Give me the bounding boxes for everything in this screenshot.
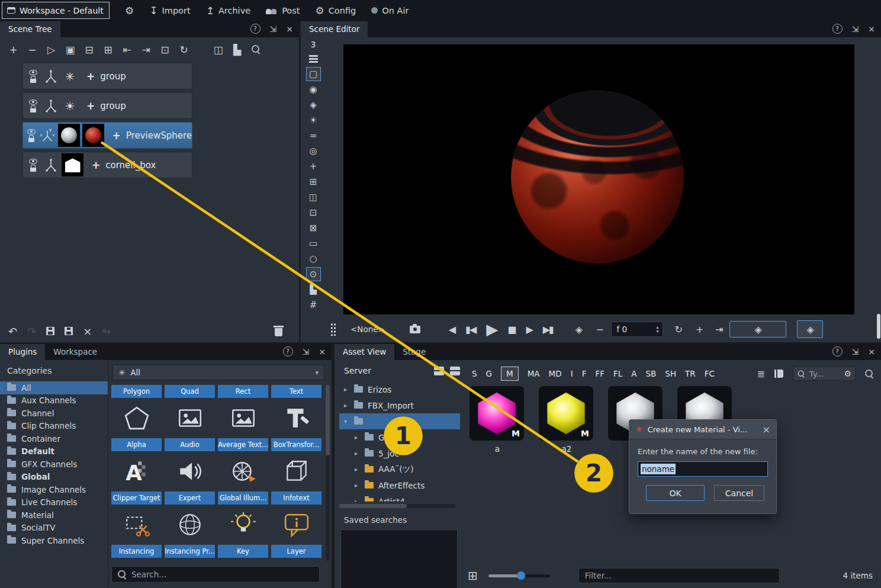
import-tool[interactable]: ⊡ xyxy=(306,205,321,220)
catalog-icon[interactable] xyxy=(774,369,783,378)
server-scan-icon[interactable] xyxy=(450,367,460,375)
lock-icon[interactable] xyxy=(30,108,36,113)
filter-letter-tr[interactable]: TR xyxy=(685,369,696,378)
tree-expand-icon[interactable]: ▸ xyxy=(355,450,362,457)
clipper-plugin-icon[interactable] xyxy=(111,507,162,542)
globe-plugin-icon[interactable] xyxy=(165,560,215,563)
pentagon-plugin-icon[interactable] xyxy=(111,400,162,436)
tree-expand-icon[interactable]: ▸ xyxy=(355,482,362,489)
asset-filter-input[interactable] xyxy=(585,571,773,580)
camera-select-tool[interactable]: ◈ xyxy=(306,98,321,112)
tree-expand-icon[interactable]: ▸ xyxy=(355,434,362,441)
plugin-boxtransfor[interactable]: BoxTransfor... xyxy=(271,438,321,451)
plugin-layer[interactable]: Layer xyxy=(271,545,321,558)
frame-spinner[interactable]: ▴▾ xyxy=(657,325,659,333)
asset-filter-box[interactable] xyxy=(578,568,780,583)
tree-expand-icon[interactable]: ▸ xyxy=(344,386,352,393)
ok-button[interactable]: OK xyxy=(646,485,705,501)
plugin-search-box[interactable] xyxy=(111,566,320,583)
archive-menu-item[interactable]: ↥Archive xyxy=(206,5,251,17)
aperture-tool[interactable]: ◎ xyxy=(306,144,321,158)
asset-tree-item-2[interactable]: ▾ xyxy=(339,413,460,429)
workspace-settings-button[interactable]: ⚙ xyxy=(125,5,134,17)
undo-button[interactable]: ↶ xyxy=(8,325,17,338)
asset-tab-stage[interactable]: Stage xyxy=(394,344,434,360)
asset-tree-item-globals[interactable]: ▸GLOBALS xyxy=(339,429,460,445)
tree-expand-icon[interactable]: ▸ xyxy=(344,402,352,409)
plugin-infotext[interactable]: Infotext xyxy=(271,491,321,505)
help-button[interactable]: ? xyxy=(283,346,293,356)
play-director-button[interactable]: ▷ xyxy=(44,42,59,57)
goto-end-button[interactable]: ⇥ xyxy=(715,324,722,335)
expand-tree-button[interactable]: ⊞ xyxy=(101,42,115,57)
add-keyframe-button[interactable]: + xyxy=(696,324,702,335)
asset-tree-hscrollbar[interactable] xyxy=(339,504,455,508)
globe-plugin-icon[interactable] xyxy=(165,507,215,542)
animation-edit-button[interactable]: ◈ xyxy=(797,320,823,338)
keyframe-range-button[interactable]: ◈ xyxy=(729,321,786,338)
category-clip-channels[interactable]: Clip Channels xyxy=(0,420,108,433)
saved-searches-list[interactable] xyxy=(340,529,458,588)
list-view-icon[interactable]: ≣ xyxy=(757,368,765,380)
plugins-tab-plugins[interactable]: Plugins xyxy=(0,344,45,360)
filter-letter-md[interactable]: MD xyxy=(549,369,562,378)
move-tool[interactable]: + xyxy=(306,159,321,173)
filter-letter-m[interactable]: M xyxy=(501,367,519,381)
cancel-button[interactable]: Cancel xyxy=(714,485,764,501)
trash-button[interactable] xyxy=(275,326,282,336)
jump-end-button[interactable]: ▶▮ xyxy=(543,324,553,335)
tree-collapse-icon[interactable]: ▾ xyxy=(344,418,352,425)
levels-tool[interactable]: ≈ xyxy=(306,128,321,143)
bounding-box-tool[interactable]: ⊙ xyxy=(306,267,321,281)
tree-row-group-2[interactable]: ☀+group xyxy=(22,92,192,119)
filter-letter-fl[interactable]: FL xyxy=(613,369,622,378)
move-in-button[interactable]: ⇥ xyxy=(139,42,153,57)
asset-tab-asset-view[interactable]: Asset View xyxy=(335,344,394,360)
plugin-average-text[interactable]: Average Text... xyxy=(218,438,268,451)
loop-button[interactable]: ↻ xyxy=(675,324,681,335)
frame-field[interactable]: f 0▴▾ xyxy=(611,322,663,337)
plugin-global-illum[interactable]: Global Illum... xyxy=(218,491,268,505)
monitor-tool[interactable]: ▢ xyxy=(306,67,321,81)
import-menu-item[interactable]: ↧Import xyxy=(149,5,190,17)
lock-icon[interactable] xyxy=(28,138,34,142)
expand-panel-button[interactable]: ⇲ xyxy=(852,347,859,356)
tree-expand-icon[interactable]: ▸ xyxy=(355,498,362,502)
filter-letter-ma[interactable]: MA xyxy=(528,369,540,378)
relink-button[interactable]: ↬ xyxy=(102,325,111,338)
eye-icon[interactable] xyxy=(29,159,37,164)
search-tree-button[interactable] xyxy=(249,42,263,57)
category-container[interactable]: Container xyxy=(0,432,108,445)
edit-mode-button[interactable]: ▣ xyxy=(63,42,78,57)
bubble-plugin-icon[interactable] xyxy=(271,507,321,542)
post-menu-item[interactable]: Post xyxy=(266,6,300,15)
filter-letter-i[interactable]: I xyxy=(571,369,573,378)
refresh-tree-button[interactable]: ↻ xyxy=(176,42,191,57)
category-live-channels[interactable]: Live Channels xyxy=(0,496,108,509)
category-socialtv[interactable]: SocialTV xyxy=(0,522,108,535)
close-panel-button[interactable]: × xyxy=(868,24,875,34)
add-container-button[interactable]: + xyxy=(6,42,21,57)
onair-menu-item[interactable]: On Air xyxy=(371,6,409,15)
filter-letter-g[interactable]: G xyxy=(486,369,492,378)
move-out-button[interactable]: ⇤ xyxy=(120,42,134,57)
plugin-audio[interactable]: Audio xyxy=(165,438,215,451)
asset-search-box[interactable]: Ty... ⚙ xyxy=(793,367,856,381)
category-default[interactable]: Default xyxy=(0,445,108,458)
wheel-plugin-icon[interactable] xyxy=(218,454,268,489)
tree-row-previewsphere[interactable]: Yzx+PreviewSphere xyxy=(22,122,192,149)
category-super-channels[interactable]: Super Channels xyxy=(0,534,108,547)
workspace-selector[interactable]: Workspace - Default xyxy=(2,2,110,19)
deep-search-icon[interactable] xyxy=(865,369,874,378)
tree-row-cornell-box[interactable]: +cornell_box xyxy=(22,152,192,178)
alpha-plugin-icon[interactable]: A xyxy=(111,454,162,489)
thumbnail-size-slider[interactable] xyxy=(488,574,550,577)
plugin-filter-dropdown[interactable]: ✳ All ▾ xyxy=(112,365,324,380)
stats-button[interactable]: ▙ xyxy=(230,42,245,57)
save-as-button[interactable] xyxy=(65,327,73,335)
category-global[interactable]: Global xyxy=(0,471,108,484)
plugin-quad[interactable]: Quad xyxy=(165,385,215,398)
next-frame-button[interactable]: ▶ xyxy=(526,324,532,335)
filter-letter-ff[interactable]: FF xyxy=(595,369,605,378)
asset-tree-item-5-joe[interactable]: ▸5_joe xyxy=(339,445,460,461)
